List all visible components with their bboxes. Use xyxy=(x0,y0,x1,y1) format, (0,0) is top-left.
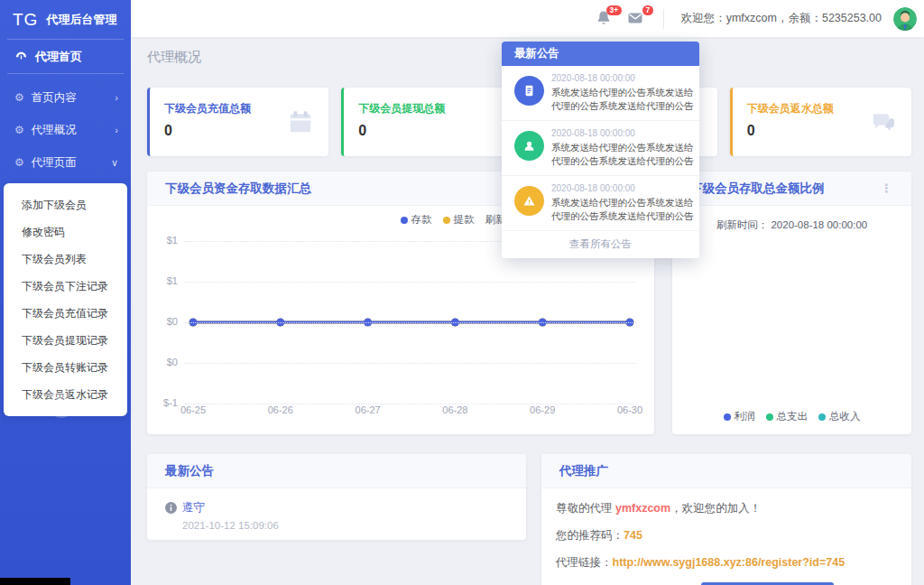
user-avatar[interactable] xyxy=(893,7,917,31)
notice-item[interactable]: 遵守 xyxy=(165,500,508,515)
gear-icon: ⚙ xyxy=(14,156,24,169)
y-axis-tick: $1 xyxy=(151,235,178,246)
panel-header: 最新公告 xyxy=(147,454,526,488)
panel-title: 下级会员资金存取数据汇总 xyxy=(165,181,311,197)
legend-dot xyxy=(724,413,731,421)
legend-label: 提款 xyxy=(454,214,475,225)
sidebar-item-label: 首页内容 xyxy=(32,90,108,106)
panel-header: 下级会员存取总金额比例 ⋮ xyxy=(672,172,911,206)
topbar: 3+ 7 欢迎您：ymfxzcom，余额：5235253.00 xyxy=(131,0,924,37)
more-options-icon[interactable]: ⋮ xyxy=(881,181,893,195)
gridline xyxy=(185,404,636,404)
sidebar-item-agent-home[interactable]: 代理首页 xyxy=(0,40,131,73)
notice-text: 系统发送给代理的公告系统发送给代理的公告系统发送给代理的公告 xyxy=(551,141,696,168)
dropdown-body: 2020-08-18 00:00:00 系统发送给代理的公告系统发送给代理的公告… xyxy=(502,66,699,258)
notice-avatar xyxy=(514,76,544,106)
sidebar-item-agent-overview[interactable]: ⚙ 代理概况 › xyxy=(0,114,131,146)
sidebar-item-agent-pages[interactable]: ⚙ 代理页面 ∨ xyxy=(0,146,131,179)
agent-name: ymfxzcom xyxy=(615,502,670,515)
avatar-person-icon xyxy=(893,7,917,31)
panel-header: 代理推广 xyxy=(541,454,911,488)
gear-icon: ⚙ xyxy=(14,91,24,104)
submenu-item-change-password[interactable]: 修改密码 xyxy=(4,218,127,246)
sidebar-item-home-content[interactable]: ⚙ 首页内容 › xyxy=(0,81,131,114)
y-axis-tick: $0 xyxy=(151,316,178,327)
legend-item-deposit: 存款 xyxy=(401,213,432,227)
latest-notice-panel: 最新公告 遵守 2021-10-12 15:09:06 xyxy=(147,454,526,540)
messages-button[interactable]: 7 xyxy=(626,9,646,29)
stat-card-deposit-total: 下级会员充值总额 0 xyxy=(147,88,328,156)
legend-item-profit: 利润 xyxy=(724,410,755,423)
notice-content: 2020-08-18 00:00:00 系统发送给代理的公告系统发送给代理的公告… xyxy=(551,73,696,113)
data-point xyxy=(189,319,198,327)
link-label: 代理链接： xyxy=(556,556,613,569)
y-axis-tick: $-1 xyxy=(151,397,178,408)
data-point xyxy=(451,319,459,327)
data-point xyxy=(451,319,459,327)
submenu-item-bet-records[interactable]: 下级会员下注记录 xyxy=(4,273,127,300)
data-point xyxy=(539,319,547,327)
dropdown-notice-item[interactable]: 2020-08-18 00:00:00 系统发送给代理的公告系统发送给代理的公告… xyxy=(502,176,699,231)
agent-link[interactable]: http://www.sygj1688.xyz:86/register?id=7… xyxy=(613,556,845,569)
legend-label: 利润 xyxy=(735,411,755,422)
legend-dot xyxy=(443,217,450,224)
divider xyxy=(663,9,664,29)
sidebar-collapse-button[interactable]: ‹ xyxy=(49,393,74,418)
notice-time: 2020-08-18 00:00:00 xyxy=(551,73,696,83)
document-icon xyxy=(522,83,537,98)
welcome-balance-text: 欢迎您：ymfxzcom，余额：5235253.00 xyxy=(681,11,882,26)
bottom-left-black-bar xyxy=(0,578,70,585)
gridline xyxy=(185,282,636,283)
warning-icon xyxy=(522,193,537,209)
data-point xyxy=(364,319,372,327)
sidebar-item-label: 代理页面 xyxy=(32,155,104,171)
greeting-suffix: ，欢迎您的加入！ xyxy=(670,502,761,515)
stat-card-value: 0 xyxy=(358,123,508,139)
submenu-item-withdraw-records[interactable]: 下级会员提现记录 xyxy=(4,327,127,354)
dropdown-notice-item[interactable]: 2020-08-18 00:00:00 系统发送给代理的公告系统发送给代理的公告… xyxy=(502,66,699,121)
submenu-item-member-list[interactable]: 下级会员列表 xyxy=(4,246,127,273)
notice-link[interactable]: 遵守 xyxy=(182,500,205,515)
sidebar: TG 代理后台管理 代理首页 ⚙ 首页内容 › ⚙ 代理概况 › ⚙ 代理页面 … xyxy=(0,0,131,585)
refresh-time-text: 刷新时间： 2020-08-18 00:00:00 xyxy=(672,218,911,232)
x-axis-tick: 06-30 xyxy=(607,404,652,415)
greeting-prefix: 尊敬的代理 xyxy=(556,502,615,515)
y-axis-tick: $0 xyxy=(151,357,178,367)
notice-text: 系统发送给代理的公告系统发送给代理的公告系统发送给代理的公告 xyxy=(551,196,696,223)
legend-dot xyxy=(401,217,408,224)
mail-icon xyxy=(626,9,644,27)
notice-timestamp: 2021-10-12 15:09:06 xyxy=(182,520,508,531)
message-badge: 7 xyxy=(642,5,653,16)
x-axis-tick: 06-25 xyxy=(171,404,216,415)
notice-dropdown: 最新公告 2020-08-18 00:00:00 系统发送给代理的公告系统发送给… xyxy=(502,42,699,258)
submenu-item-deposit-records[interactable]: 下级会员充值记录 xyxy=(4,300,127,327)
promo-link-row: 代理链接：http://www.sygj1688.xyz:86/register… xyxy=(556,555,897,571)
sidebar-item-label: 代理概况 xyxy=(32,123,108,138)
legend-label: 总支出 xyxy=(777,411,808,422)
chevron-right-icon: › xyxy=(115,125,118,135)
submenu-item-add-member[interactable]: 添加下级会员 xyxy=(4,191,127,218)
sidebar-submenu: 添加下级会员 修改密码 下级会员列表 下级会员下注记录 下级会员充值记录 下级会… xyxy=(4,183,127,416)
calendar-icon xyxy=(287,108,314,135)
x-axis-tick: 06-27 xyxy=(346,404,391,415)
notice-time: 2020-08-18 00:00:00 xyxy=(551,128,696,138)
app-title: 代理后台管理 xyxy=(46,12,116,28)
submenu-item-transfer-records[interactable]: 下级会员转账记录 xyxy=(4,354,127,381)
dropdown-header: 最新公告 xyxy=(502,42,699,66)
legend-label: 存款 xyxy=(411,214,432,225)
dashboard-icon xyxy=(14,50,28,63)
chevron-left-icon: ‹ xyxy=(60,399,63,413)
data-point xyxy=(539,319,547,327)
view-all-notices-link[interactable]: 查看所有公告 xyxy=(502,231,699,258)
stat-card-withdraw-total: 下级会员提现总额 0 xyxy=(341,88,522,156)
legend-item-expense: 总支出 xyxy=(766,410,808,423)
agent-promo-panel: 代理推广 尊敬的代理 ymfxzcom，欢迎您的加入！ 您的推荐码：745 代理… xyxy=(541,454,911,585)
notification-badge: 3+ xyxy=(606,5,622,16)
notifications-bell-button[interactable]: 3+ xyxy=(595,9,614,29)
app-logo: TG 代理后台管理 xyxy=(0,0,131,39)
dropdown-notice-item[interactable]: 2020-08-18 00:00:00 系统发送给代理的公告系统发送给代理的公告… xyxy=(502,121,699,176)
panel-title: 代理推广 xyxy=(559,463,608,479)
user-icon xyxy=(522,138,537,153)
legend-dot xyxy=(818,413,826,421)
legend-item-withdraw: 提款 xyxy=(443,213,475,227)
